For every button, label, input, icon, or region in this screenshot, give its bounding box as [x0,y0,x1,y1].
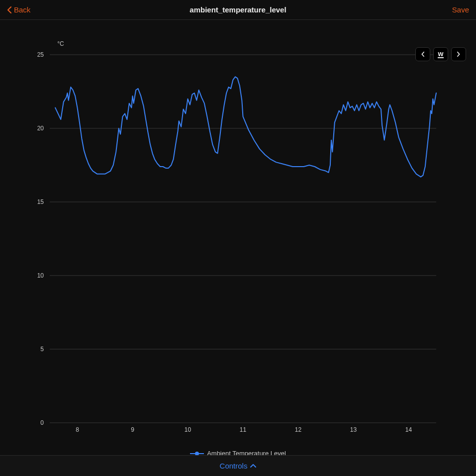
svg-text:14: 14 [405,426,412,433]
chart-area: w °C0510152025891011121314 Ambient Tempe… [0,20,476,457]
range-period-button[interactable]: w [433,47,448,61]
range-controls: w [415,47,466,61]
svg-text:0: 0 [40,419,44,426]
controls-toggle[interactable]: Controls [0,455,476,476]
back-label: Back [14,5,30,14]
svg-text:12: 12 [295,426,302,433]
header: Back ambient_temperature_level Save [0,0,476,20]
chevron-right-icon [456,51,461,57]
svg-text:8: 8 [76,426,79,433]
controls-label: Controls [220,462,248,470]
svg-text:10: 10 [37,272,44,279]
range-period-label: w [438,50,444,58]
chevron-up-icon [250,464,256,469]
svg-text:13: 13 [350,426,357,433]
svg-text:10: 10 [185,426,191,433]
line-chart: °C0510152025891011121314 [10,30,466,443]
range-next-button[interactable] [451,47,466,61]
svg-text:5: 5 [40,346,44,353]
svg-text:20: 20 [37,125,44,132]
chevron-left-icon [7,6,12,13]
save-button[interactable]: Save [452,5,469,14]
svg-text:11: 11 [240,426,247,433]
svg-text:9: 9 [131,426,134,433]
svg-text:15: 15 [37,198,44,205]
chevron-left-icon [420,51,425,57]
svg-text:°C: °C [57,40,64,47]
range-prev-button[interactable] [415,47,430,61]
back-button[interactable]: Back [7,5,30,14]
svg-text:25: 25 [37,51,44,58]
page-title: ambient_temperature_level [0,5,476,14]
